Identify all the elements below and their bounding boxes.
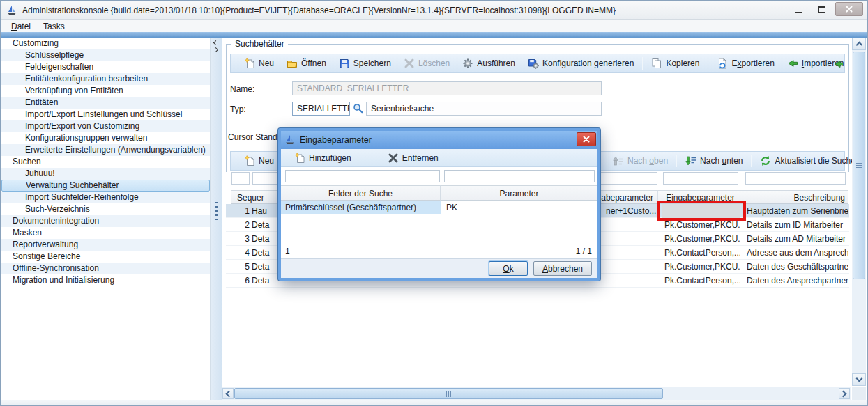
close-icon [846, 6, 853, 13]
maximize-icon [818, 6, 825, 13]
dialog-filter-input-felder[interactable] [285, 170, 440, 182]
scrollbar-corner [852, 387, 866, 400]
sidebar-item-erweiterte-einstellungen[interactable]: Erweiterte Einstellungen (Anwendungsvari… [1, 144, 210, 156]
sidebar-item-entitaetenkonfiguration[interactable]: Entitätenkonfiguration bearbeiten [1, 73, 210, 85]
konfiguration-generieren-button[interactable]: Konfiguration generieren [521, 55, 640, 72]
sidebar-item-customizing[interactable]: Customizing [1, 38, 210, 49]
sidebar-item-such-verzeichnis[interactable]: Such-Verzeichnis [1, 203, 210, 215]
expand-right-icon[interactable] [213, 47, 218, 52]
sidebar-item-schluesselpflege[interactable]: Schlüsselpflege [1, 49, 210, 61]
dialog-toolbar: Hinzufügen Entfernen [281, 149, 597, 167]
column-header-sequenz[interactable]: Sequenz [231, 190, 264, 204]
new-page-icon [244, 155, 255, 166]
entfernen-button[interactable]: Entfernen [381, 150, 445, 166]
accent-band [1, 32, 868, 38]
import-icon [787, 58, 798, 69]
ok-button[interactable]: Ok [489, 261, 528, 276]
collapse-left-icon[interactable] [213, 40, 218, 45]
red-highlight-annotation [657, 201, 746, 221]
close-button[interactable] [835, 2, 863, 16]
scroll-up-button[interactable] [852, 38, 866, 50]
gear-icon [462, 58, 473, 69]
open-folder-icon [287, 58, 298, 69]
filter-input-eingabeparameter[interactable] [663, 172, 738, 185]
toolbar-separator [676, 155, 677, 167]
vertical-scrollbar-thumb[interactable] [853, 52, 865, 279]
sidebar-item-import-suchfelder[interactable]: Import Suchfelder-Reihenfolge [1, 192, 210, 203]
administration-console-window: Administrationskonsole {build.date=2013/… [0, 0, 868, 406]
minimize-button[interactable] [788, 2, 809, 16]
dialog-close-button[interactable] [577, 132, 596, 146]
chevron-down-icon [855, 375, 862, 382]
speichern-button[interactable]: Speichern [333, 55, 397, 72]
app-logo-sailboat-icon [6, 5, 17, 16]
menu-item-tasks[interactable]: Tasks [37, 21, 71, 32]
sidebar-item-feldeigenschaften[interactable]: Feldeigenschaften [1, 61, 210, 73]
loeschen-button: Löschen [397, 55, 456, 72]
dialog-titlebar[interactable]: Eingabeparameter [281, 131, 597, 149]
typ-code-field[interactable]: SERIALLETTER [292, 102, 350, 116]
filter-input-sequenz[interactable] [231, 172, 250, 185]
toolbar-overflow-clip [834, 58, 843, 70]
app-logo-sailboat-icon [284, 134, 296, 146]
sidebar-item-entitaeten[interactable]: Entitäten [1, 97, 210, 109]
sidebar-item-sonstige-bereiche[interactable]: Sonstige Bereiche [1, 251, 210, 263]
cursor-label: Cursor Standa [228, 132, 282, 142]
nach-unten-button[interactable]: Nach unten [679, 153, 749, 169]
move-down-icon [685, 155, 696, 166]
dialog-column-header-felder[interactable]: Felder der Suche [281, 185, 441, 201]
sidebar-item-migration-initialisierung[interactable]: Migration und Initialisierung [1, 274, 210, 286]
aktualisiert-die-suchen-button[interactable]: Aktualisiert die Suchen [754, 153, 866, 169]
column-header-beschreibung[interactable]: Beschreibung [743, 190, 848, 204]
splitter-grip-icon[interactable] [215, 202, 218, 220]
filter-input-beschreibung[interactable] [745, 172, 846, 185]
delete-x-icon [404, 58, 415, 69]
window-titlebar[interactable]: Administrationskonsole {build.date=2013/… [1, 1, 868, 20]
menu-item-datei[interactable]: Datei [5, 21, 37, 32]
scrollbar-grip-icon [446, 391, 451, 397]
dialog-page-indicator: 1 / 1 [576, 246, 592, 257]
sidebar-item-juhuuu[interactable]: Juhuuu! [1, 168, 210, 180]
sidebar-item-verknuepfung-entitaeten[interactable]: Verknüpfung von Entitäten [1, 85, 210, 97]
sidebar-item-konfigurationsgruppen[interactable]: Konfigurationsgruppen verwalten [1, 132, 210, 144]
sidebar-item-masken[interactable]: Masken [1, 227, 210, 239]
scroll-down-button[interactable] [852, 373, 866, 386]
ausfuehren-button[interactable]: Ausführen [456, 55, 521, 72]
window-controls [788, 2, 863, 16]
window-title: Administrationskonsole {build.date=2013/… [22, 6, 616, 15]
grid-toolbar-right-group: Nach oben Nach unten Aktualisiert die Su… [607, 152, 868, 170]
name-field: STANDARD_SERIALLETTER [292, 81, 602, 95]
sidebar-item-import-export-customizing[interactable]: Import/Export von Customizing [1, 120, 210, 132]
dialog-filter-input-parameter[interactable] [444, 170, 595, 182]
exportieren-button[interactable]: Exportieren [710, 55, 780, 72]
kopieren-button[interactable]: Kopieren [645, 55, 706, 72]
sidebar-item-import-export-einstellungen[interactable]: Import/Export Einstellungen und Schlüsse… [1, 109, 210, 120]
horizontal-scrollbar-thumb[interactable] [234, 388, 663, 399]
grid-neu-button[interactable]: Neu [238, 153, 280, 169]
horizontal-scrollbar[interactable] [222, 387, 851, 400]
oeffnen-button[interactable]: Öffnen [280, 55, 333, 72]
sidebar-item-verwaltung-suchbehaelter[interactable]: Verwaltung Suchbehälter [1, 180, 210, 192]
sidebar-splitter[interactable] [211, 38, 222, 401]
sidebar-item-reportverwaltung[interactable]: Reportverwaltung [1, 239, 210, 251]
sidebar-item-dokumentenintegration[interactable]: Dokumentenintegration [1, 215, 210, 227]
chevron-right-icon [840, 390, 847, 397]
dialog-body: Felder der Suche Parameter Primärschlüss… [281, 167, 597, 258]
dialog-row-parameter-cell[interactable]: PK [441, 201, 597, 214]
suchbehaelter-toolbar: Neu Öffnen Speichern Löschen Ausführen K… [230, 54, 845, 73]
abbrechen-button[interactable]: Abbrechen [533, 261, 592, 276]
sidebar-item-suchen[interactable]: Suchen [1, 156, 210, 168]
dialog-title: Eingabeparameter [300, 135, 372, 145]
dialog-column-header-parameter[interactable]: Parameter [441, 185, 597, 201]
neu-button[interactable]: Neu [238, 55, 280, 72]
scroll-left-button[interactable] [222, 388, 234, 399]
lookup-magnifier-icon[interactable] [353, 103, 363, 114]
sidebar-item-offline-synchronisation[interactable]: Offline-Synchronisation [1, 263, 210, 274]
dialog-row-field-cell[interactable]: Primärschlüssel (Geschäftspartner) [281, 201, 441, 214]
scroll-right-button[interactable] [839, 388, 850, 399]
nach-oben-button: Nach oben [607, 153, 674, 169]
maximize-button[interactable] [812, 2, 832, 16]
vertical-scrollbar[interactable] [852, 38, 866, 386]
hinzufuegen-button[interactable]: Hinzufügen [288, 150, 358, 166]
remove-x-icon [388, 153, 399, 164]
